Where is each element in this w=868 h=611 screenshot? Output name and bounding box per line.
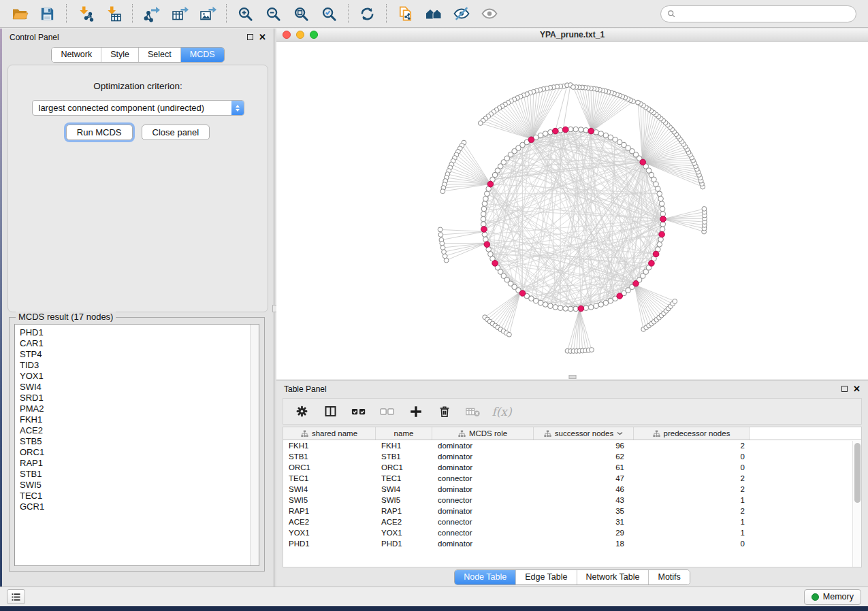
horizontal-splitter-grip[interactable]: [568, 375, 576, 379]
table-cell[interactable]: PHD1: [283, 540, 376, 548]
table-cell[interactable]: RAP1: [376, 507, 432, 515]
network-hub-node[interactable]: [588, 128, 594, 134]
table-cell[interactable]: STB1: [376, 452, 432, 461]
mcds-result-item[interactable]: STB5: [20, 436, 250, 447]
network-hub-node[interactable]: [649, 261, 655, 267]
table-cell[interactable]: 61: [534, 463, 634, 472]
column-header-name[interactable]: name: [376, 427, 432, 440]
table-cell[interactable]: 29: [534, 529, 634, 537]
network-canvas[interactable]: [276, 42, 868, 380]
table-cell[interactable]: dominator: [432, 540, 534, 548]
share-network-button[interactable]: [391, 2, 419, 25]
satellite-node[interactable]: [702, 207, 707, 212]
satellite-node[interactable]: [636, 100, 641, 105]
minimize-window-icon[interactable]: [296, 31, 304, 39]
satellite-node[interactable]: [438, 233, 443, 237]
table-row[interactable]: STB1STB1dominator620: [283, 451, 861, 462]
show-all-button[interactable]: [475, 2, 503, 25]
satellite-node[interactable]: [590, 348, 594, 352]
table-cell[interactable]: 0: [634, 463, 750, 472]
mcds-result-item[interactable]: SRD1: [20, 393, 250, 403]
network-node[interactable]: [573, 127, 579, 132]
table-row[interactable]: SWI4SWI4dominator462: [283, 484, 861, 495]
network-node[interactable]: [558, 128, 563, 133]
network-node[interactable]: [482, 201, 487, 207]
network-hub-node[interactable]: [519, 291, 526, 297]
delete-column-button[interactable]: [432, 401, 457, 422]
network-node[interactable]: [603, 133, 609, 138]
network-hub-node[interactable]: [653, 251, 659, 257]
table-cell[interactable]: 1: [634, 518, 750, 526]
zoom-out-button[interactable]: [259, 2, 287, 25]
network-node[interactable]: [657, 191, 662, 197]
mcds-result-item[interactable]: ACE2: [20, 425, 250, 436]
mcds-result-item[interactable]: STB1: [20, 469, 250, 480]
table-cell[interactable]: dominator: [432, 442, 534, 450]
table-cell[interactable]: 1: [634, 529, 750, 537]
mcds-result-item[interactable]: RAP1: [20, 458, 250, 469]
column-header-mcds-role[interactable]: MCDS role: [432, 427, 534, 440]
mcds-result-item[interactable]: TEC1: [20, 491, 250, 501]
table-scrollbar-thumb[interactable]: [854, 443, 861, 503]
satellite-node[interactable]: [444, 258, 449, 263]
table-cell[interactable]: 2: [634, 507, 750, 515]
create-column-button[interactable]: [404, 401, 428, 422]
network-node[interactable]: [660, 222, 666, 227]
mcds-result-item[interactable]: CAR1: [20, 338, 250, 349]
table-cell[interactable]: dominator: [432, 485, 534, 493]
table-cell[interactable]: RAP1: [283, 507, 376, 515]
mcds-result-item[interactable]: PHD1: [20, 327, 250, 338]
tab-network-table[interactable]: Network Table: [577, 570, 649, 584]
network-node[interactable]: [598, 131, 604, 137]
zoom-in-button[interactable]: [231, 2, 259, 25]
mcds-result-item[interactable]: PMA2: [20, 403, 250, 414]
table-cell[interactable]: TEC1: [283, 474, 376, 482]
apply-layout-button[interactable]: [353, 2, 381, 25]
table-cell[interactable]: 31: [534, 518, 634, 526]
network-hub-node[interactable]: [528, 137, 534, 143]
network-hub-node[interactable]: [487, 181, 494, 187]
task-history-button[interactable]: [7, 589, 25, 604]
network-node[interactable]: [568, 127, 573, 132]
table-row[interactable]: TEC1TEC1connector472: [283, 473, 861, 484]
network-node[interactable]: [594, 303, 599, 309]
table-cell[interactable]: 18: [534, 540, 634, 548]
network-node[interactable]: [568, 306, 573, 312]
table-cell[interactable]: PHD1: [376, 540, 432, 548]
tab-mcds[interactable]: MCDS: [181, 48, 224, 62]
network-hub-node[interactable]: [484, 242, 490, 248]
network-hub-node[interactable]: [578, 306, 584, 312]
mcds-result-item[interactable]: FKH1: [20, 414, 250, 425]
mcds-result-item[interactable]: GCR1: [20, 501, 250, 512]
network-hub-node[interactable]: [492, 261, 498, 267]
table-cell[interactable]: TEC1: [376, 474, 432, 482]
table-cell[interactable]: SWI4: [283, 485, 376, 493]
tab-network[interactable]: Network: [52, 48, 101, 62]
network-node[interactable]: [482, 232, 487, 237]
network-node[interactable]: [659, 201, 664, 207]
memory-button[interactable]: Memory: [804, 589, 861, 605]
network-hub-node[interactable]: [562, 127, 568, 133]
network-graph[interactable]: [276, 42, 868, 380]
table-cell[interactable]: 96: [534, 442, 634, 450]
mcds-result-item[interactable]: STP4: [20, 349, 250, 360]
network-node[interactable]: [538, 300, 543, 306]
satellite-node[interactable]: [440, 189, 445, 194]
table-cell[interactable]: YOX1: [376, 529, 432, 537]
table-settings-button[interactable]: [289, 401, 314, 422]
network-hub-node[interactable]: [640, 159, 646, 165]
search-input[interactable]: [680, 8, 850, 19]
network-node[interactable]: [573, 306, 579, 312]
table-cell[interactable]: SWI5: [283, 496, 376, 504]
table-row[interactable]: ACE2ACE2connector311: [283, 516, 861, 527]
table-row[interactable]: ORC1ORC1dominator610: [283, 462, 861, 473]
network-hub-node[interactable]: [633, 280, 639, 286]
column-header-shared-name[interactable]: shared name: [283, 427, 376, 440]
mcds-result-item[interactable]: ORC1: [20, 447, 250, 458]
network-node[interactable]: [548, 303, 553, 309]
tab-node-table[interactable]: Node Table: [455, 570, 516, 584]
export-image-button[interactable]: [193, 2, 221, 25]
table-cell[interactable]: connector: [432, 474, 534, 482]
table-cell[interactable]: dominator: [432, 452, 534, 461]
float-panel-icon[interactable]: [841, 386, 848, 392]
